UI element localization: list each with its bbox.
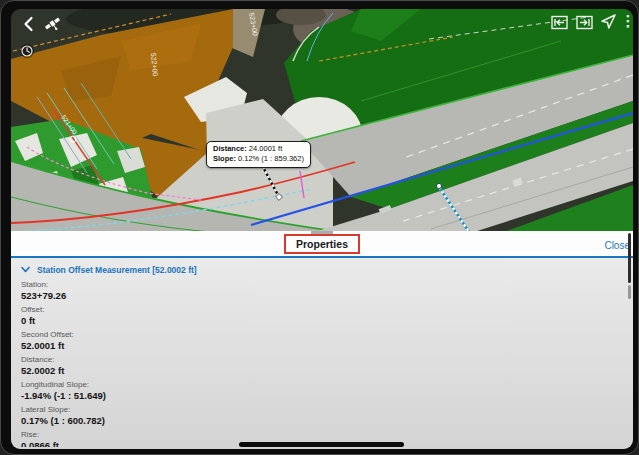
kebab-menu-icon: ⋮ bbox=[621, 18, 634, 24]
field-row: Distance:52.0002 ft bbox=[21, 355, 633, 376]
measurement-tooltip: Distance: 24.0001 ft Slope: 0.12% (1 : 8… bbox=[206, 141, 311, 168]
scrollbar[interactable] bbox=[628, 233, 631, 299]
more-options-button[interactable]: ⋮ bbox=[617, 10, 633, 32]
field-row: Offset:0 ft bbox=[21, 305, 633, 326]
back-button[interactable] bbox=[17, 13, 39, 35]
field-label: Second Offset: bbox=[21, 330, 633, 340]
field-value: 0 ft bbox=[21, 315, 633, 326]
scrollbar-thumb-fade bbox=[628, 285, 631, 299]
field-value: -1.94% (-1 : 51.649) bbox=[21, 390, 633, 401]
field-label: Distance: bbox=[21, 355, 633, 365]
field-value: 52.0001 ft bbox=[21, 340, 633, 351]
annotation-highlight: Properties bbox=[284, 234, 360, 254]
device-frame: 523+00 522+00 521+00 bbox=[0, 0, 639, 455]
section-header[interactable]: Station Offset Measurement [52.0002 ft] bbox=[21, 263, 633, 276]
scrollbar-thumb[interactable] bbox=[628, 233, 631, 283]
field-label: Offset: bbox=[21, 305, 633, 315]
map-layers-button[interactable] bbox=[41, 12, 63, 34]
tooltip-distance-line: Distance: 24.0001 ft bbox=[213, 144, 304, 154]
locate-arrow-icon bbox=[600, 13, 617, 30]
window-arrow-left-icon bbox=[551, 15, 568, 30]
home-indicator[interactable] bbox=[239, 442, 404, 447]
close-button[interactable]: Close bbox=[604, 240, 630, 251]
field-row: Longitudinal Slope:-1.94% (-1 : 51.649) bbox=[21, 380, 633, 401]
chevron-down-icon bbox=[21, 266, 30, 273]
tooltip-slope-line: Slope: 0.12% (1 : 859.362) bbox=[213, 154, 304, 164]
field-value: 523+79.26 bbox=[21, 290, 633, 301]
app-screen: 523+00 522+00 521+00 bbox=[11, 9, 633, 449]
previous-view-button[interactable] bbox=[548, 11, 570, 33]
history-icon bbox=[19, 43, 35, 59]
next-view-button[interactable] bbox=[573, 11, 595, 33]
history-button[interactable] bbox=[16, 40, 38, 62]
field-label: Station: bbox=[21, 280, 633, 290]
field-value: 52.0002 ft bbox=[21, 365, 633, 376]
section-title: Station Offset Measurement [52.0002 ft] bbox=[37, 265, 197, 275]
field-label: Rise: bbox=[21, 430, 633, 440]
fields: Station:523+79.26Offset:0 ftSecond Offse… bbox=[21, 280, 633, 447]
field-row: Second Offset:52.0001 ft bbox=[21, 330, 633, 351]
field-label: Lateral Slope: bbox=[21, 405, 633, 415]
locate-button[interactable] bbox=[597, 10, 619, 32]
back-icon bbox=[22, 16, 35, 32]
field-row: Station:523+79.26 bbox=[21, 280, 633, 301]
field-label: Longitudinal Slope: bbox=[21, 380, 633, 390]
panel-title: Properties bbox=[296, 238, 348, 250]
panel-header: Properties Close bbox=[11, 231, 633, 258]
properties-panel: Properties Close Station Offset Measurem… bbox=[11, 231, 633, 449]
window-arrow-right-icon bbox=[576, 15, 593, 30]
satellite-icon bbox=[43, 14, 62, 33]
map-view[interactable]: 523+00 522+00 521+00 bbox=[11, 9, 633, 241]
field-value: 0.17% (1 : 600.782) bbox=[21, 415, 633, 426]
panel-content: Station Offset Measurement [52.0002 ft] … bbox=[11, 258, 633, 447]
field-row: Lateral Slope:0.17% (1 : 600.782) bbox=[21, 405, 633, 426]
